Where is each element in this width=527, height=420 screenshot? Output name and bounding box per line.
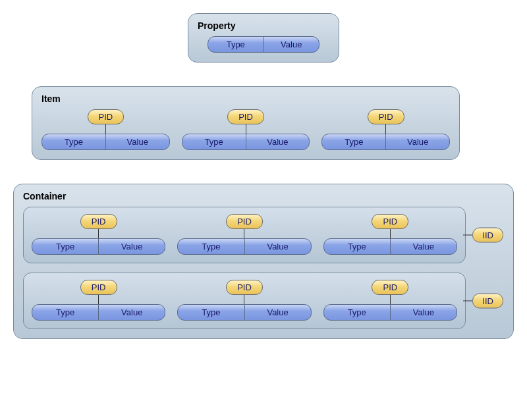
container-panel: Container PID Type Value PID Type Value (13, 184, 514, 339)
connector (385, 124, 386, 134)
type-value-pair: Type Value (32, 238, 165, 255)
value-cell: Value (99, 239, 165, 254)
pid-badge: PID (88, 109, 125, 124)
item-unit: PID Type Value (177, 280, 311, 321)
value-cell: Value (246, 134, 310, 149)
connector (98, 295, 99, 304)
connector (390, 229, 391, 238)
type-cell: Type (32, 239, 99, 254)
value-cell: Value (391, 305, 457, 320)
container-item: PID Type Value PID Type Value PID (23, 207, 466, 263)
type-cell: Type (322, 134, 386, 149)
item-unit: PID Type Value (323, 214, 457, 255)
connector (463, 301, 472, 302)
value-cell: Value (391, 239, 457, 254)
connector (98, 229, 99, 238)
type-value-pair: Type Value (323, 304, 457, 321)
item-title: Item (42, 93, 450, 104)
property-panel: Property Type Value (188, 13, 339, 63)
value-cell: Value (99, 305, 165, 320)
pid-badge: PID (372, 280, 408, 295)
item-unit: PID Type Value (32, 214, 165, 255)
property-title: Property (198, 20, 329, 31)
value-cell: Value (386, 134, 449, 149)
item-panel: Item PID Type Value PID Type Value PID T… (32, 86, 460, 160)
type-value-pair: Type Value (321, 134, 450, 150)
type-value-pair: Type Value (182, 134, 310, 150)
connector (244, 295, 244, 304)
item-unit: PID Type Value (182, 109, 310, 150)
item-unit: PID Type Value (321, 109, 450, 150)
type-cell: Type (182, 134, 246, 149)
container-title: Container (23, 191, 466, 201)
iid-badge: IID (472, 294, 503, 309)
container-item: PID Type Value PID Type Value PID (23, 273, 466, 329)
type-cell: Type (324, 239, 391, 254)
item-unit: PID Type Value (32, 280, 165, 321)
type-value-pair: Type Value (177, 238, 311, 255)
type-cell: Type (42, 134, 106, 149)
connector (390, 295, 391, 304)
type-value-pair: Type Value (32, 304, 165, 321)
property-value-cell: Value (264, 37, 319, 52)
type-value-pair: Type Value (177, 304, 311, 321)
pid-badge: PID (368, 109, 404, 124)
connector (246, 124, 246, 134)
value-cell: Value (245, 239, 311, 254)
property-type-value: Type Value (208, 36, 319, 53)
type-cell: Type (178, 239, 244, 254)
container-item-row: PID Type Value PID Type Value PID (32, 280, 457, 321)
connector (244, 229, 244, 238)
item-unit: PID Type Value (177, 214, 311, 255)
property-type-cell: Type (208, 37, 264, 52)
iid-wrap: IID (463, 228, 503, 243)
type-value-pair: Type Value (323, 238, 457, 255)
pid-badge: PID (226, 214, 263, 229)
iid-badge: IID (472, 228, 503, 243)
type-cell: Type (324, 305, 391, 320)
pid-badge: PID (227, 109, 264, 124)
value-cell: Value (245, 305, 311, 320)
value-cell: Value (106, 134, 169, 149)
pid-badge: PID (80, 280, 117, 295)
type-value-pair: Type Value (42, 134, 170, 150)
item-row: PID Type Value PID Type Value PID Type V… (42, 109, 450, 150)
container-item-row: PID Type Value PID Type Value PID (32, 214, 457, 255)
type-cell: Type (32, 305, 99, 320)
pid-badge: PID (226, 280, 263, 295)
item-unit: PID Type Value (42, 109, 170, 150)
type-cell: Type (178, 305, 244, 320)
pid-badge: PID (80, 214, 117, 229)
item-unit: PID Type Value (323, 280, 457, 321)
connector (105, 124, 106, 134)
connector (463, 235, 472, 236)
pid-badge: PID (372, 214, 408, 229)
iid-wrap: IID (463, 294, 503, 309)
